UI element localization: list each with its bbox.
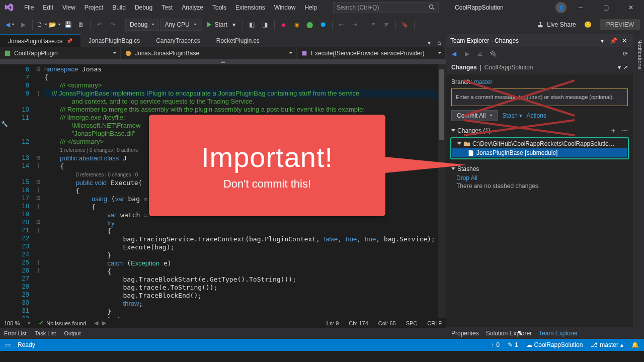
nav-project-combo[interactable]: CoolRappPlugin — [0, 47, 121, 59]
menu-window[interactable]: Window — [270, 2, 300, 13]
te-connect-button[interactable]: 🔌 — [489, 49, 498, 58]
actions-link[interactable]: Actions — [526, 112, 546, 119]
menu-debug[interactable]: Debug — [131, 2, 156, 13]
menu-view[interactable]: View — [58, 2, 79, 13]
tab-home-button[interactable]: ⌂ — [435, 38, 444, 47]
tab-errorlist[interactable]: Error List — [4, 330, 27, 336]
zoom-level[interactable]: 100 % — [4, 320, 20, 326]
indent-mode[interactable]: SPC — [406, 320, 418, 326]
vertical-scrollbar[interactable] — [438, 64, 446, 318]
solution-indicator[interactable]: ☁ CoolRappSolution — [526, 341, 583, 348]
tablist-dropdown[interactable]: ▾ — [425, 38, 434, 47]
undo-button[interactable]: ↶ — [94, 19, 106, 31]
te-pin[interactable]: 📌 — [609, 37, 618, 44]
quick-launch-search[interactable]: Search (Ctrl+Q) — [333, 2, 439, 13]
te-close[interactable]: ✕ — [620, 37, 629, 44]
commit-all-button[interactable]: Commit All — [451, 110, 498, 121]
menu-file[interactable]: File — [20, 2, 38, 13]
branch-indicator[interactable]: ⎇ master ▴ — [591, 341, 623, 348]
pending-changes-indicator[interactable]: ✎ 1 — [508, 341, 518, 348]
te-dropdown[interactable]: ▾ — [598, 37, 607, 44]
te-back-button[interactable]: ◀ — [449, 49, 458, 58]
team-explorer-breadcrumb[interactable]: Changes|CoolRappSolution ▾ ↗ — [446, 60, 633, 74]
svg-line-1 — [433, 8, 435, 10]
tbtn-2[interactable]: ◨ — [259, 19, 271, 31]
tab-properties[interactable]: Properties — [451, 330, 479, 337]
stash-link[interactable]: Stash ▾ — [502, 112, 522, 119]
te-home-button[interactable]: ⌂ — [475, 49, 485, 58]
menu-extensions[interactable]: Extensions — [231, 2, 269, 13]
solutions-platform-combo[interactable]: Any CPU — [160, 19, 202, 31]
new-project-button[interactable]: 🗋 — [36, 19, 48, 31]
te-forward-button[interactable]: ▶ — [462, 49, 471, 58]
nav-forward-button[interactable]: ▶ — [17, 19, 29, 31]
menu-edit[interactable]: Edit — [39, 2, 57, 13]
chevron-down-icon — [451, 129, 455, 132]
issues-text[interactable]: No issues found — [46, 320, 86, 326]
branch-link[interactable]: master — [474, 78, 493, 85]
feedback-button[interactable]: 🙂 — [582, 19, 594, 31]
tbtn-indent-in[interactable]: ⇥ — [349, 19, 361, 31]
publish-indicator[interactable]: ↑ 0 — [491, 341, 500, 348]
menu-tools[interactable]: Tools — [208, 2, 230, 13]
ext-btn-2[interactable]: ◉ — [291, 19, 303, 31]
redo-button[interactable]: ↷ — [107, 19, 119, 31]
changes-menu[interactable]: ⋯ — [622, 127, 628, 134]
preview-button[interactable]: PREVIEW — [600, 19, 640, 30]
tbtn-indent-out[interactable]: ⇤ — [336, 19, 348, 31]
stashes-section-header[interactable]: Stashes — [451, 165, 628, 172]
ext-btn-1[interactable]: ◆ — [278, 19, 290, 31]
editor-split-handle[interactable]: ▬ — [0, 59, 446, 64]
fold-column[interactable]: ⊟|⊟|⊟|⊟|⊟||| — [34, 64, 42, 318]
menu-project[interactable]: Project — [80, 2, 107, 13]
notifications-bell-icon[interactable]: 🔔 — [631, 341, 639, 348]
tab-rocketplugin[interactable]: RocketPlugin.cs — [208, 34, 268, 47]
open-button[interactable]: 📂 — [49, 19, 61, 31]
window-minimize[interactable]: ─ — [570, 0, 592, 15]
user-avatar[interactable]: 👤 — [555, 2, 567, 13]
start-debug-button[interactable]: Start▾ — [203, 19, 239, 31]
nav-back-button[interactable]: ◀ — [4, 19, 16, 31]
error-nav[interactable]: ◀─▶ — [94, 320, 106, 326]
line-ending[interactable]: CRLF — [427, 320, 442, 326]
changes-section-header[interactable]: Changes (1) ＋ ⋯ — [451, 126, 628, 135]
window-close[interactable]: ✕ — [620, 0, 642, 15]
drop-all-link[interactable]: Drop All — [451, 174, 628, 182]
ext-btn-3[interactable]: ⬤ — [304, 19, 316, 31]
tbtn-1[interactable]: ◧ — [246, 19, 258, 31]
solutions-config-combo[interactable]: Debug — [125, 19, 159, 31]
tab-jonaspluginbase[interactable]: JonasPluginBase.cs📌 — [0, 34, 80, 47]
menu-analyze[interactable]: Analyze — [178, 2, 207, 13]
output-panel-tabs: Error List Task List Output — [0, 328, 446, 339]
menu-build[interactable]: Build — [108, 2, 130, 13]
te-crumb-dropdown[interactable]: ▾ — [618, 64, 621, 71]
save-button[interactable]: 💾 — [62, 19, 74, 31]
changed-file-row[interactable]: JonasPluginBase [submodule] — [452, 148, 627, 157]
tab-jonaspluginbag[interactable]: JonasPluginBag.cs — [80, 34, 148, 47]
main-menu[interactable]: File Edit View Project Build Debug Test … — [20, 2, 321, 13]
te-refresh-button[interactable]: ⟳ — [621, 49, 630, 58]
menu-help[interactable]: Help — [300, 2, 321, 13]
live-share-button[interactable]: Live Share — [537, 21, 576, 28]
search-placeholder: Search (Ctrl+Q) — [337, 4, 379, 11]
stage-all-button[interactable]: ＋ — [610, 126, 617, 135]
comment-button[interactable]: ≡ — [367, 19, 379, 31]
nav-member-combo[interactable]: Execute(IServiceProvider serviceProvider… — [297, 47, 446, 59]
ext-btn-4[interactable]: ⬢ — [317, 19, 329, 31]
save-all-button[interactable]: 🗎 — [75, 19, 87, 31]
commit-message-input[interactable]: Enter a commit message (required) or sta… — [451, 88, 628, 106]
pin-icon[interactable]: 📌 — [66, 38, 72, 44]
window-maximize[interactable]: ▢ — [595, 0, 617, 15]
te-popout[interactable]: ↗ — [623, 64, 628, 71]
notifications-toolwindow-tab[interactable]: Notifications — [633, 34, 644, 339]
nav-class-combo[interactable]: Jonas.JonasPluginBase — [121, 47, 297, 59]
changes-root-folder[interactable]: C:\Dev\GitHub\CoolRappRockets\CoolRappSo… — [452, 139, 627, 148]
menu-test[interactable]: Test — [157, 2, 177, 13]
tab-canarytracer[interactable]: CanaryTracer.cs — [148, 34, 208, 47]
bookmark-button[interactable]: 🔖 — [399, 19, 411, 31]
tab-team-explorer[interactable]: Team Explorer — [539, 330, 578, 337]
tab-tasklist[interactable]: Task List — [35, 330, 56, 336]
tab-output[interactable]: Output — [64, 330, 80, 336]
uncomment-button[interactable]: ≢ — [380, 19, 392, 31]
tab-solution-explorer[interactable]: Solution Explorer — [486, 330, 532, 337]
